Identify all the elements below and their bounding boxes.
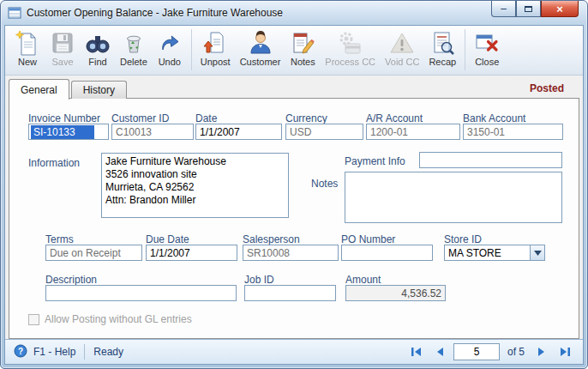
close-window-red-x-icon <box>474 30 500 56</box>
store-id-dropdown-button[interactable] <box>530 245 544 260</box>
invoice-number-field[interactable]: SI-10133 <box>28 124 109 140</box>
title-bar: Customer Opening Balance - Jake Furnitur… <box>1 1 587 25</box>
unpost-button-label: Unpost <box>201 57 231 67</box>
recap-report-icon <box>429 30 455 56</box>
allow-posting-checkbox <box>28 314 39 325</box>
previous-record-button[interactable] <box>430 343 449 360</box>
find-button-label: Find <box>88 57 106 67</box>
process-cc-gear-icon <box>338 30 363 56</box>
help-icon: ? <box>14 344 27 360</box>
tab-bar: General History <box>9 78 129 99</box>
close-button[interactable]: Close <box>470 27 504 72</box>
information-textarea[interactable]: Jake Furniture Warehouse 3526 innovation… <box>101 153 289 218</box>
delete-button-label: Delete <box>120 57 147 67</box>
ar-account-field[interactable] <box>366 124 460 140</box>
payment-info-field[interactable] <box>419 152 562 168</box>
general-tab-panel: Invoice Number SI-10133 Customer ID Date… <box>9 98 579 339</box>
salesperson-label: Salesperson <box>243 233 300 245</box>
minimize-icon: – <box>501 3 507 14</box>
notes-textarea[interactable] <box>345 172 562 223</box>
currency-field[interactable] <box>285 124 363 140</box>
store-id-label: Store ID <box>444 233 482 245</box>
terms-label: Terms <box>45 233 74 245</box>
window-title: Customer Opening Balance - Jake Furnitur… <box>27 7 283 19</box>
notes-button[interactable]: Notes <box>285 27 320 72</box>
void-cc-button: Void CC <box>381 27 423 72</box>
invoice-number-label: Invoice Number <box>28 112 100 124</box>
undo-button-label: Undo <box>159 57 181 67</box>
notes-pencil-icon <box>290 30 315 56</box>
tab-general[interactable]: General <box>9 79 69 100</box>
ar-account-label: A/R Account <box>366 112 423 124</box>
close-window-button[interactable]: × <box>541 1 579 17</box>
find-button[interactable]: Find <box>81 27 115 72</box>
next-record-icon <box>535 345 549 359</box>
undo-arrow-icon <box>157 30 183 56</box>
new-button-label: New <box>18 57 37 67</box>
tab-history[interactable]: History <box>71 81 127 99</box>
recap-button[interactable]: Recap <box>424 27 460 72</box>
allow-posting-label: Allow Posting without GL entries <box>45 313 192 325</box>
bank-account-label: Bank Account <box>463 112 525 124</box>
recap-button-label: Recap <box>429 57 456 67</box>
previous-record-icon <box>433 345 447 359</box>
delete-button[interactable]: Delete <box>116 27 152 72</box>
last-record-button[interactable] <box>555 343 574 360</box>
store-id-dropdown[interactable]: MA STORE <box>444 245 545 261</box>
customer-id-label: Customer ID <box>111 112 169 124</box>
description-label: Description <box>45 274 97 286</box>
new-button[interactable]: New <box>10 27 45 72</box>
amount-field[interactable] <box>345 285 446 301</box>
svg-text:?: ? <box>18 346 23 355</box>
caption-buttons: – × <box>491 1 579 17</box>
customer-person-icon <box>248 30 273 56</box>
process-cc-button-label: Process CC <box>325 57 375 67</box>
status-bar: ? F1 - Help Ready of 5 <box>5 339 583 364</box>
notes-label: Notes <box>311 178 338 190</box>
toolbar-separator <box>191 29 192 70</box>
currency-label: Currency <box>285 112 327 124</box>
bank-account-field[interactable] <box>463 124 563 140</box>
last-record-icon <box>558 345 572 359</box>
po-number-label: PO Number <box>341 233 395 245</box>
maximize-button[interactable] <box>516 1 541 17</box>
description-field[interactable] <box>45 285 237 301</box>
maximize-icon <box>525 6 532 12</box>
new-document-icon <box>15 30 40 56</box>
terms-field[interactable] <box>45 245 142 261</box>
toolbar: New Save Find Delete Undo Unpost <box>5 26 583 76</box>
information-label: Information <box>28 157 80 169</box>
next-record-button[interactable] <box>532 343 551 360</box>
record-number-input[interactable] <box>453 343 500 360</box>
recycle-bin-icon <box>121 30 147 56</box>
chevron-down-icon <box>534 251 542 256</box>
due-date-label: Due Date <box>146 233 189 245</box>
store-id-value: MA STORE <box>445 247 530 259</box>
posted-status-badge: Posted <box>530 82 564 94</box>
po-number-field[interactable] <box>341 245 433 261</box>
minimize-button[interactable]: – <box>491 1 516 17</box>
customer-button-label: Customer <box>240 57 281 67</box>
help-text: F1 - Help <box>33 346 75 358</box>
client-area: New Save Find Delete Undo Unpost <box>4 25 584 365</box>
void-cc-button-label: Void CC <box>385 57 419 67</box>
allow-posting-checkbox-row: Allow Posting without GL entries <box>28 313 192 325</box>
salesperson-field[interactable] <box>243 245 339 261</box>
date-field[interactable] <box>195 124 282 140</box>
customer-button[interactable]: Customer <box>236 27 285 72</box>
payment-info-label: Payment Info <box>345 155 405 167</box>
first-record-button[interactable] <box>407 343 426 360</box>
job-id-field[interactable] <box>244 285 336 301</box>
window-form-icon <box>8 6 21 20</box>
save-button: Save <box>45 27 80 72</box>
void-cc-warning-icon <box>389 30 415 56</box>
undo-button[interactable]: Undo <box>153 27 187 72</box>
process-cc-button: Process CC <box>321 27 380 72</box>
customer-id-field[interactable] <box>111 124 194 140</box>
unpost-button[interactable]: Unpost <box>196 27 235 72</box>
unpost-document-icon <box>202 30 228 56</box>
binoculars-find-icon <box>85 30 111 56</box>
due-date-field[interactable] <box>146 245 237 261</box>
first-record-icon <box>410 345 423 359</box>
app-window: Customer Opening Balance - Jake Furnitur… <box>0 0 588 369</box>
